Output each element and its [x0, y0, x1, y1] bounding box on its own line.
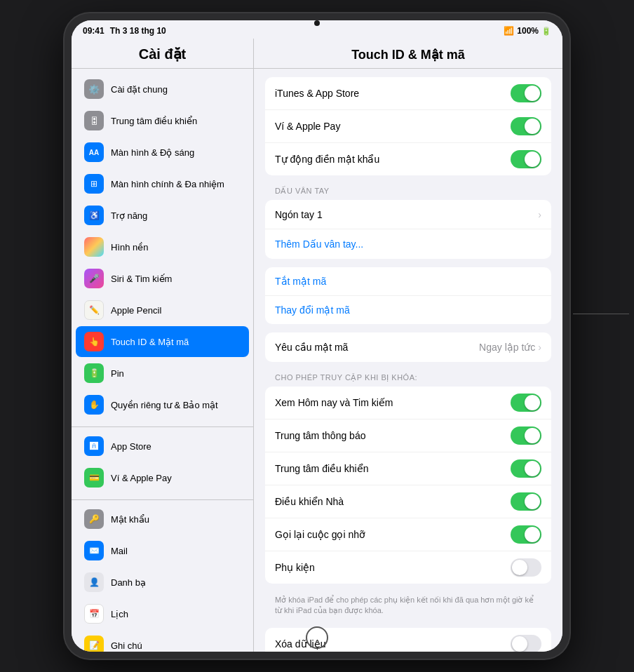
- itunes-appstore-row[interactable]: iTunes & App Store: [265, 77, 551, 110]
- wifi-icon: 📶: [504, 26, 514, 36]
- add-fingerprint-link[interactable]: Thêm Dấu vân tay...: [275, 238, 363, 250]
- sidebar-item-trung-tam[interactable]: 🎛 Trung tâm điều khiển: [76, 105, 249, 136]
- sidebar-label-passwords: Mật khẩu: [111, 514, 149, 525]
- autofill-row[interactable]: Tự động điền mật khẩu: [265, 143, 551, 175]
- sidebar-item-mail[interactable]: ✉️ Mail: [76, 535, 249, 566]
- today-toggle[interactable]: [511, 394, 541, 412]
- control-center-row[interactable]: Trung tâm điều khiển: [265, 452, 551, 485]
- today-row[interactable]: Xem Hôm nay và Tim kiếm: [265, 387, 551, 419]
- sidebar-item-touch-id[interactable]: 👆 Touch ID & Mật mã: [76, 326, 249, 357]
- pencil-icon: ✏️: [84, 300, 104, 320]
- require-passcode-chevron: ›: [538, 342, 541, 353]
- accessories-toggle[interactable]: [511, 558, 541, 577]
- control-center-toggle[interactable]: [511, 459, 541, 478]
- finger1-row[interactable]: Ngón tay 1 ›: [265, 200, 551, 229]
- itunes-label: iTunes & App Store: [275, 88, 511, 99]
- accessibility-icon: ♿: [84, 206, 104, 225]
- sidebar-item-contacts[interactable]: 👤 Danh bạ: [76, 567, 249, 598]
- accessory-note: Mở khóa iPad để cho phép các phụ kiện kế…: [265, 592, 551, 622]
- turn-off-passcode-row[interactable]: Tắt mật mã: [265, 267, 551, 296]
- wallpaper-icon: [84, 237, 104, 257]
- fingerprint-section-label: DẤU VÂN TAY: [265, 184, 551, 200]
- battery-label: 100%: [517, 26, 539, 36]
- finger1-chevron: ›: [538, 209, 541, 220]
- allow-access-group: Xem Hôm nay và Tim kiếm Trung tâm thông …: [265, 387, 551, 584]
- contacts-icon: 👤: [84, 572, 104, 592]
- require-passcode-group: Yêu cầu mật mã Ngay lập tức ›: [265, 332, 551, 362]
- today-label: Xem Hôm nay và Tim kiếm: [275, 397, 511, 408]
- sidebar-label-wallpaper: Hình nền: [111, 242, 149, 253]
- sidebar-label-cai-dat-chung: Cài đặt chung: [111, 84, 168, 95]
- sidebar-label-man-hinh: Màn hình & Độ sáng: [111, 147, 194, 158]
- home-toggle[interactable]: [511, 492, 541, 511]
- notifications-toggle[interactable]: [511, 426, 541, 445]
- require-passcode-label: Yêu cầu mật mã: [275, 342, 479, 353]
- time: 09:41: [83, 26, 104, 36]
- missed-calls-row[interactable]: Gọi lại cuộc gọi nhỡ: [265, 518, 551, 551]
- control-center-icon: 🎛: [84, 111, 104, 130]
- allow-access-label: CHO PHÉP TRUY CẬP KHI BỊ KHÓA:: [265, 370, 551, 387]
- siri-icon: 🎤: [84, 269, 104, 288]
- home-label: Điều khiển Nhà: [275, 496, 511, 507]
- require-passcode-row[interactable]: Yêu cầu mật mã Ngay lập tức ›: [265, 332, 551, 362]
- erase-data-toggle[interactable]: [511, 635, 541, 652]
- annotation: Cho phép truy cập khi bị khóa: [573, 308, 634, 347]
- sidebar-label-wallet: Ví & Apple Pay: [111, 473, 172, 483]
- sidebar-label-mail: Mail: [111, 546, 128, 556]
- sidebar-item-calendar[interactable]: 📅 Lịch: [76, 598, 249, 629]
- sidebar-item-notes[interactable]: 📝 Ghi chú: [76, 630, 249, 652]
- sidebar-item-wallet[interactable]: 💳 Ví & Apple Pay: [76, 462, 249, 493]
- add-fingerprint-row[interactable]: Thêm Dấu vân tay...: [265, 229, 551, 259]
- notifications-label: Trung tâm thông báo: [275, 430, 511, 441]
- autofill-label: Tự động điền mật khẩu: [275, 154, 511, 165]
- sidebar-item-siri[interactable]: 🎤 Siri & Tim kiếm: [76, 263, 249, 294]
- fingerprint-group: Ngón tay 1 › Thêm Dấu vân tay...: [265, 200, 551, 259]
- battery-icon: 🔋: [541, 27, 551, 36]
- gear-icon: ⚙️: [84, 79, 104, 99]
- sidebar-item-appstore[interactable]: 🅰 App Store: [76, 431, 249, 462]
- privacy-icon: ✋: [84, 395, 104, 415]
- sidebar-label-homescreen: Màn hình chính & Đa nhiệm: [111, 179, 224, 189]
- sidebar-item-accessibility[interactable]: ♿ Trợ năng: [76, 200, 249, 231]
- notifications-row[interactable]: Trung tâm thông báo: [265, 419, 551, 452]
- calendar-icon: 📅: [84, 604, 104, 624]
- detail-panel: Touch ID & Mật mã iTunes & App Store Ví …: [254, 39, 562, 652]
- sidebar-item-home-screen[interactable]: ⊞ Màn hình chính & Đa nhiệm: [76, 168, 249, 199]
- change-passcode-row[interactable]: Thay đổi mật mã: [265, 296, 551, 324]
- sidebar-label-privacy: Quyền riêng tư & Bảo mật: [111, 400, 218, 410]
- missed-calls-label: Gọi lại cuộc gọi nhỡ: [275, 529, 511, 540]
- day: Th 3 18 thg 10: [110, 26, 166, 36]
- passwords-icon: 🔑: [84, 509, 104, 529]
- sidebar-label-siri: Siri & Tim kiếm: [111, 274, 172, 284]
- accessories-label: Phụ kiện: [275, 562, 511, 573]
- home-row[interactable]: Điều khiển Nhà: [265, 485, 551, 518]
- sidebar-label-touchid: Touch ID & Mật mã: [111, 337, 189, 347]
- sidebar-item-battery[interactable]: 🔋 Pin: [76, 358, 249, 389]
- appstore-icon: 🅰: [84, 436, 104, 456]
- sidebar-item-cai-dat-chung[interactable]: ⚙️ Cài đặt chung: [76, 74, 249, 105]
- sidebar-item-man-hinh[interactable]: AA Màn hình & Độ sáng: [76, 137, 249, 168]
- sidebar-label-contacts: Danh bạ: [111, 577, 146, 588]
- touchid-icon: 👆: [84, 332, 104, 351]
- sidebar: Cài đặt ⚙️ Cài đặt chung 🎛 Trung tâm điề…: [72, 39, 254, 652]
- home-button[interactable]: [306, 626, 328, 649]
- sidebar-item-passwords[interactable]: 🔑 Mật khẩu: [76, 504, 249, 535]
- sidebar-item-wallpaper[interactable]: Hình nền: [76, 231, 249, 262]
- require-passcode-value: Ngay lập tức: [479, 342, 535, 353]
- notes-icon: 📝: [84, 636, 104, 652]
- wallet-row[interactable]: Ví & Apple Pay: [265, 110, 551, 143]
- accessories-row[interactable]: Phụ kiện: [265, 551, 551, 584]
- itunes-toggle[interactable]: [511, 84, 541, 102]
- sidebar-label-appstore: App Store: [111, 441, 151, 452]
- sidebar-label-pencil: Apple Pencil: [111, 305, 161, 316]
- sidebar-item-apple-pencil[interactable]: ✏️ Apple Pencil: [76, 295, 249, 325]
- sidebar-item-privacy[interactable]: ✋ Quyền riêng tư & Bảo mật: [76, 389, 249, 420]
- missed-calls-toggle[interactable]: [511, 525, 541, 544]
- battery-sidebar-icon: 🔋: [84, 363, 104, 383]
- wallet-toggle[interactable]: [511, 117, 541, 135]
- top-toggles-group: iTunes & App Store Ví & Apple Pay Tự độn…: [265, 77, 551, 175]
- autofill-toggle[interactable]: [511, 150, 541, 168]
- display-icon: AA: [84, 142, 104, 162]
- passcode-actions: Tắt mật mã Thay đổi mật mã: [265, 267, 551, 324]
- sidebar-label-battery: Pin: [111, 368, 124, 379]
